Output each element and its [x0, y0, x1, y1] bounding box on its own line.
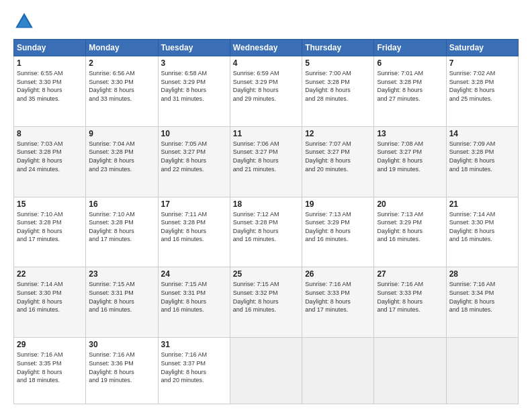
calendar-cell-8: 8Sunrise: 7:03 AM Sunset: 3:28 PM Daylig… — [14, 126, 86, 197]
calendar-week-1: 1Sunrise: 6:55 AM Sunset: 3:30 PM Daylig… — [14, 56, 519, 127]
calendar-week-5: 29Sunrise: 7:16 AM Sunset: 3:35 PM Dayli… — [14, 338, 519, 404]
day-number: 27 — [377, 269, 443, 279]
calendar-cell-4: 4Sunrise: 6:59 AM Sunset: 3:29 PM Daylig… — [230, 56, 302, 127]
logo — [13, 11, 38, 32]
day-info: Sunrise: 7:11 AM Sunset: 3:28 PM Dayligh… — [161, 210, 227, 244]
calendar-cell-17: 17Sunrise: 7:11 AM Sunset: 3:28 PM Dayli… — [158, 197, 230, 267]
calendar-table: SundayMondayTuesdayWednesdayThursdayFrid… — [13, 39, 519, 404]
col-header-saturday: Saturday — [446, 40, 518, 56]
day-info: Sunrise: 7:16 AM Sunset: 3:34 PM Dayligh… — [449, 280, 515, 314]
calendar-cell-28: 28Sunrise: 7:16 AM Sunset: 3:34 PM Dayli… — [446, 267, 518, 338]
calendar-cell-12: 12Sunrise: 7:07 AM Sunset: 3:27 PM Dayli… — [302, 126, 374, 197]
day-info: Sunrise: 7:10 AM Sunset: 3:28 PM Dayligh… — [17, 210, 83, 244]
calendar-cell-27: 27Sunrise: 7:16 AM Sunset: 3:33 PM Dayli… — [374, 267, 446, 338]
day-number: 4 — [233, 58, 299, 68]
day-info: Sunrise: 6:56 AM Sunset: 3:30 PM Dayligh… — [89, 69, 154, 103]
day-info: Sunrise: 7:16 AM Sunset: 3:35 PM Dayligh… — [17, 351, 83, 384]
calendar-cell-26: 26Sunrise: 7:16 AM Sunset: 3:33 PM Dayli… — [302, 267, 374, 338]
day-number: 20 — [377, 199, 443, 209]
day-number: 7 — [449, 58, 515, 68]
calendar-cell-18: 18Sunrise: 7:12 AM Sunset: 3:28 PM Dayli… — [230, 197, 302, 267]
calendar-cell-25: 25Sunrise: 7:15 AM Sunset: 3:32 PM Dayli… — [230, 267, 302, 338]
calendar-week-2: 8Sunrise: 7:03 AM Sunset: 3:28 PM Daylig… — [14, 126, 519, 197]
day-info: Sunrise: 7:15 AM Sunset: 3:32 PM Dayligh… — [233, 280, 299, 314]
day-number: 16 — [89, 199, 154, 209]
day-number: 22 — [17, 269, 83, 279]
col-header-sunday: Sunday — [14, 40, 86, 56]
day-number: 30 — [89, 340, 154, 349]
header — [13, 11, 519, 32]
day-number: 31 — [161, 340, 227, 349]
day-info: Sunrise: 7:02 AM Sunset: 3:28 PM Dayligh… — [449, 69, 515, 103]
day-info: Sunrise: 7:03 AM Sunset: 3:28 PM Dayligh… — [17, 140, 83, 173]
day-info: Sunrise: 7:13 AM Sunset: 3:29 PM Dayligh… — [377, 210, 443, 244]
day-info: Sunrise: 7:16 AM Sunset: 3:33 PM Dayligh… — [377, 280, 443, 314]
day-number: 10 — [161, 129, 227, 138]
calendar-cell-33 — [302, 338, 374, 404]
day-number: 3 — [161, 58, 227, 68]
col-header-wednesday: Wednesday — [230, 40, 302, 56]
day-number: 11 — [233, 129, 299, 138]
day-number: 14 — [449, 129, 515, 138]
day-info: Sunrise: 7:05 AM Sunset: 3:27 PM Dayligh… — [161, 140, 227, 173]
page: SundayMondayTuesdayWednesdayThursdayFrid… — [0, 0, 532, 411]
day-number: 25 — [233, 269, 299, 279]
day-info: Sunrise: 7:14 AM Sunset: 3:30 PM Dayligh… — [17, 280, 83, 314]
day-number: 28 — [449, 269, 515, 279]
day-info: Sunrise: 7:01 AM Sunset: 3:28 PM Dayligh… — [377, 69, 443, 103]
day-info: Sunrise: 7:12 AM Sunset: 3:28 PM Dayligh… — [233, 210, 299, 244]
day-number: 21 — [449, 199, 515, 209]
day-number: 9 — [89, 129, 154, 138]
day-number: 24 — [161, 269, 227, 279]
calendar-cell-23: 23Sunrise: 7:15 AM Sunset: 3:31 PM Dayli… — [86, 267, 158, 338]
day-number: 29 — [17, 340, 83, 349]
day-number: 2 — [89, 58, 154, 68]
day-info: Sunrise: 7:00 AM Sunset: 3:28 PM Dayligh… — [305, 69, 371, 103]
day-number: 19 — [305, 199, 371, 209]
day-number: 1 — [17, 58, 83, 68]
day-info: Sunrise: 6:55 AM Sunset: 3:30 PM Dayligh… — [17, 69, 83, 103]
day-info: Sunrise: 7:13 AM Sunset: 3:29 PM Dayligh… — [305, 210, 371, 244]
calendar-cell-31: 31Sunrise: 7:16 AM Sunset: 3:37 PM Dayli… — [158, 338, 230, 404]
calendar-cell-32 — [230, 338, 302, 404]
day-number: 15 — [17, 199, 83, 209]
calendar-cell-10: 10Sunrise: 7:05 AM Sunset: 3:27 PM Dayli… — [158, 126, 230, 197]
calendar-cell-35 — [446, 338, 518, 404]
day-number: 17 — [161, 199, 227, 209]
calendar-cell-15: 15Sunrise: 7:10 AM Sunset: 3:28 PM Dayli… — [14, 197, 86, 267]
calendar-cell-2: 2Sunrise: 6:56 AM Sunset: 3:30 PM Daylig… — [86, 56, 158, 127]
day-info: Sunrise: 6:59 AM Sunset: 3:29 PM Dayligh… — [233, 69, 299, 103]
day-number: 26 — [305, 269, 371, 279]
day-info: Sunrise: 7:16 AM Sunset: 3:37 PM Dayligh… — [161, 351, 227, 384]
calendar-cell-14: 14Sunrise: 7:09 AM Sunset: 3:28 PM Dayli… — [446, 126, 518, 197]
col-header-monday: Monday — [86, 40, 158, 56]
calendar-cell-1: 1Sunrise: 6:55 AM Sunset: 3:30 PM Daylig… — [14, 56, 86, 127]
calendar-cell-13: 13Sunrise: 7:08 AM Sunset: 3:27 PM Dayli… — [374, 126, 446, 197]
day-info: Sunrise: 7:16 AM Sunset: 3:36 PM Dayligh… — [89, 351, 154, 384]
day-info: Sunrise: 7:08 AM Sunset: 3:27 PM Dayligh… — [377, 140, 443, 173]
col-header-tuesday: Tuesday — [158, 40, 230, 56]
calendar-cell-22: 22Sunrise: 7:14 AM Sunset: 3:30 PM Dayli… — [14, 267, 86, 338]
calendar-cell-29: 29Sunrise: 7:16 AM Sunset: 3:35 PM Dayli… — [14, 338, 86, 404]
calendar-cell-20: 20Sunrise: 7:13 AM Sunset: 3:29 PM Dayli… — [374, 197, 446, 267]
day-info: Sunrise: 7:06 AM Sunset: 3:27 PM Dayligh… — [233, 140, 299, 173]
day-info: Sunrise: 6:58 AM Sunset: 3:29 PM Dayligh… — [161, 69, 227, 103]
calendar-cell-3: 3Sunrise: 6:58 AM Sunset: 3:29 PM Daylig… — [158, 56, 230, 127]
day-info: Sunrise: 7:14 AM Sunset: 3:30 PM Dayligh… — [449, 210, 515, 244]
calendar-week-4: 22Sunrise: 7:14 AM Sunset: 3:30 PM Dayli… — [14, 267, 519, 338]
col-header-friday: Friday — [374, 40, 446, 56]
calendar-week-3: 15Sunrise: 7:10 AM Sunset: 3:28 PM Dayli… — [14, 197, 519, 267]
day-info: Sunrise: 7:04 AM Sunset: 3:28 PM Dayligh… — [89, 140, 154, 173]
day-number: 18 — [233, 199, 299, 209]
calendar-cell-21: 21Sunrise: 7:14 AM Sunset: 3:30 PM Dayli… — [446, 197, 518, 267]
col-header-thursday: Thursday — [302, 40, 374, 56]
calendar-cell-34 — [374, 338, 446, 404]
day-number: 12 — [305, 129, 371, 138]
calendar-cell-24: 24Sunrise: 7:15 AM Sunset: 3:31 PM Dayli… — [158, 267, 230, 338]
calendar-cell-9: 9Sunrise: 7:04 AM Sunset: 3:28 PM Daylig… — [86, 126, 158, 197]
day-info: Sunrise: 7:09 AM Sunset: 3:28 PM Dayligh… — [449, 140, 515, 173]
calendar-cell-5: 5Sunrise: 7:00 AM Sunset: 3:28 PM Daylig… — [302, 56, 374, 127]
day-number: 6 — [377, 58, 443, 68]
logo-icon — [13, 11, 35, 32]
day-info: Sunrise: 7:07 AM Sunset: 3:27 PM Dayligh… — [305, 140, 371, 173]
